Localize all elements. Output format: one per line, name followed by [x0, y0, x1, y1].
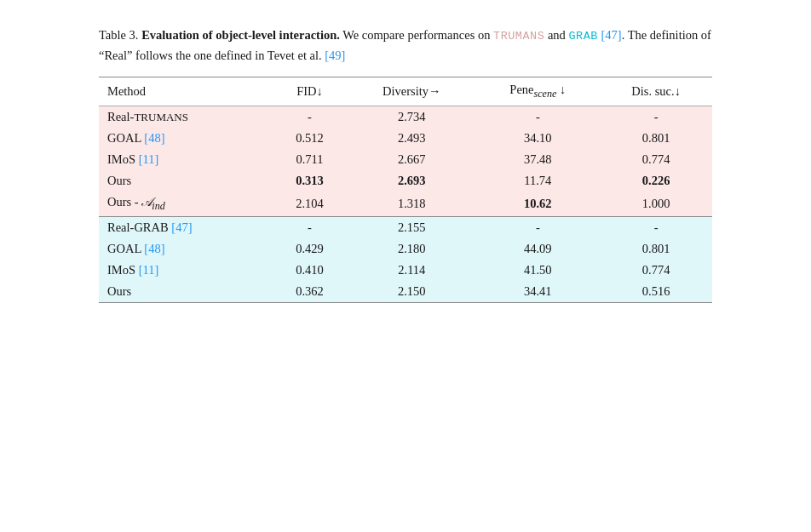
method-cell: GOAL [48] — [99, 128, 272, 149]
diversity-cell: 2.180 — [348, 238, 475, 260]
method-cell: IMoS [11] — [99, 149, 272, 170]
pene-cell: - — [475, 106, 600, 129]
diversity-cell: 2.693 — [348, 170, 475, 192]
dis-cell: - — [600, 217, 712, 239]
results-table: Method FID↓ Diversity→ Penescene ↓ Dis. … — [99, 77, 712, 303]
table-row: IMoS [11] 0.711 2.667 37.48 0.774 — [99, 149, 712, 170]
fid-cell: 0.711 — [272, 149, 348, 170]
diversity-cell: 2.734 — [348, 106, 475, 129]
pene-cell: 34.41 — [475, 281, 600, 303]
main-container: Table 3. Evaluation of object-level inte… — [99, 26, 712, 303]
caption-bold: Evaluation of object-level interaction. — [141, 28, 340, 42]
dis-cell: 0.801 — [600, 128, 712, 149]
dis-cell: 1.000 — [600, 192, 712, 216]
diversity-cell: 2.150 — [348, 281, 475, 303]
dis-cell: - — [600, 106, 712, 129]
dis-cell: 0.226 — [600, 170, 712, 192]
trumans-ref: TRUMANS — [493, 30, 544, 43]
grab-cite: [47] — [598, 28, 622, 42]
method-cell: Real-TRUMANS — [99, 106, 272, 129]
table-row: GOAL [48] 0.429 2.180 44.09 0.801 — [99, 238, 712, 260]
caption-text-1: We compare performances on — [342, 28, 493, 42]
method-cell: IMoS [11] — [99, 260, 272, 281]
method-cell: Ours - 𝒜ind — [99, 192, 272, 216]
fid-cell: 0.362 — [272, 281, 348, 303]
col-dis: Dis. suc.↓ — [600, 77, 712, 106]
pene-cell: 11.74 — [475, 170, 600, 192]
pene-cell: 41.50 — [475, 260, 600, 281]
table-row: IMoS [11] 0.410 2.114 41.50 0.774 — [99, 260, 712, 281]
col-method: Method — [99, 77, 272, 106]
pene-cell: 10.62 — [475, 192, 600, 216]
method-cell: Ours — [99, 170, 272, 192]
dis-cell: 0.516 — [600, 281, 712, 303]
table-row: GOAL [48] 0.512 2.493 34.10 0.801 — [99, 128, 712, 149]
pene-cell: 37.48 — [475, 149, 600, 170]
col-diversity: Diversity→ — [348, 77, 475, 106]
table-row: Real-TRUMANS - 2.734 - - — [99, 106, 712, 129]
dis-cell: 0.774 — [600, 260, 712, 281]
col-fid: FID↓ — [272, 77, 348, 106]
diversity-cell: 2.667 — [348, 149, 475, 170]
fid-cell: - — [272, 217, 348, 239]
pene-cell: - — [475, 217, 600, 239]
caption-text-2: and — [544, 28, 568, 42]
tevet-cite: [49] — [325, 49, 345, 62]
fid-cell: 0.512 — [272, 128, 348, 149]
diversity-cell: 1.318 — [348, 192, 475, 216]
dis-cell: 0.801 — [600, 238, 712, 260]
pene-cell: 44.09 — [475, 238, 600, 260]
fid-cell: 0.429 — [272, 238, 348, 260]
fid-cell: 0.410 — [272, 260, 348, 281]
pene-cell: 34.10 — [475, 128, 600, 149]
col-pene: Penescene ↓ — [475, 77, 600, 106]
method-cell: Real-GRAB [47] — [99, 217, 272, 239]
method-cell: Ours — [99, 281, 272, 303]
grab-ref: GRAB — [568, 30, 597, 43]
diversity-cell: 2.493 — [348, 128, 475, 149]
method-cell: GOAL [48] — [99, 238, 272, 260]
table-header-row: Method FID↓ Diversity→ Penescene ↓ Dis. … — [99, 77, 712, 106]
table-row: Ours - 𝒜ind 2.104 1.318 10.62 1.000 — [99, 192, 712, 216]
table-caption: Table 3. Evaluation of object-level inte… — [99, 26, 712, 65]
dis-cell: 0.774 — [600, 149, 712, 170]
table-row: Ours 0.362 2.150 34.41 0.516 — [99, 281, 712, 303]
fid-cell: 2.104 — [272, 192, 348, 216]
table-row: Ours 0.313 2.693 11.74 0.226 — [99, 170, 712, 192]
fid-cell: - — [272, 106, 348, 129]
table-number: Table 3. — [99, 28, 139, 42]
diversity-cell: 2.114 — [348, 260, 475, 281]
diversity-cell: 2.155 — [348, 217, 475, 239]
table-row: Real-GRAB [47] - 2.155 - - — [99, 217, 712, 239]
fid-cell: 0.313 — [272, 170, 348, 192]
